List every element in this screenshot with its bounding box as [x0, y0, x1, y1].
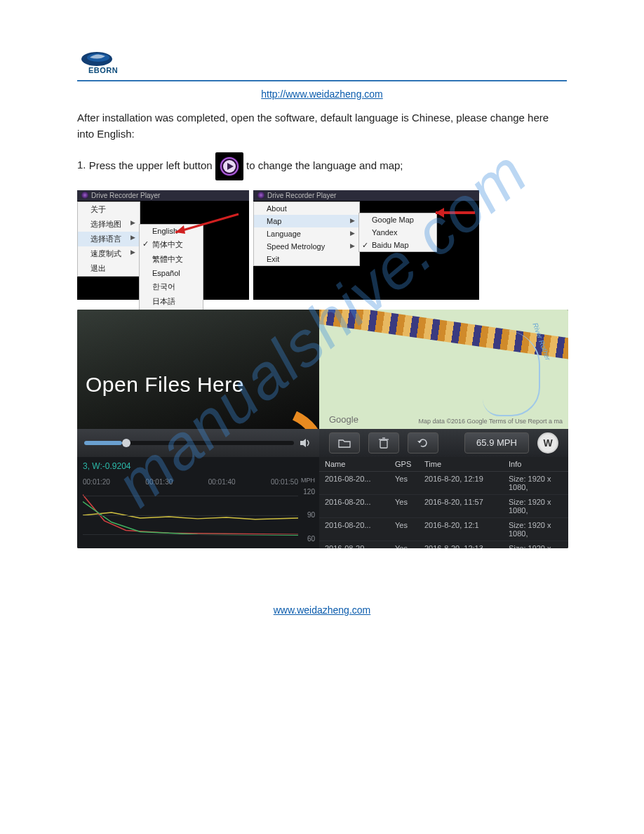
- app-icon: [81, 192, 88, 199]
- open-files-label: Open Files Here: [86, 373, 244, 397]
- time-tick: 00:01:20: [83, 478, 110, 486]
- menu-item[interactable]: About: [254, 202, 359, 215]
- red-arrow-icon: [430, 206, 479, 223]
- table-cell: 2016-08-20...: [325, 475, 395, 491]
- speed-display: 65.9 MPH: [464, 432, 529, 454]
- table-cell: Size: 1920 x 1080,: [509, 521, 563, 538]
- graph-unit-label: MPH: [301, 477, 315, 484]
- seek-bar[interactable]: [84, 441, 294, 445]
- y-tick: 120: [300, 488, 315, 496]
- compass-display: W: [537, 432, 558, 454]
- step-1: 1. Press the upper left button to change…: [77, 152, 567, 180]
- refresh-button[interactable]: [408, 432, 438, 454]
- speed-graph: 3, W:-0.9204 00:01:2000:01:3000:01:4000:…: [77, 457, 319, 548]
- website-link-top[interactable]: http://www.weidazheng.com: [261, 88, 383, 100]
- table-row[interactable]: 2016-08-20...Yes2016-8-20, 12:1Size: 192…: [319, 518, 568, 541]
- player-screenshot: River Rother Google Map data ©2016 Googl…: [77, 310, 568, 548]
- table-cell: Size: 1920 x 1080,: [509, 544, 563, 548]
- step-prefix: Press the upper left button: [89, 159, 213, 171]
- website-link-bottom[interactable]: www.weidazheng.com: [274, 604, 371, 616]
- speed-axis-labels: 1209060: [300, 488, 315, 543]
- column-header: GPS: [395, 460, 424, 468]
- table-cell: Yes: [395, 521, 424, 538]
- menu-item[interactable]: 日本語: [140, 294, 203, 309]
- table-cell: 2016-08-20...: [325, 544, 395, 548]
- table-cell: 2016-8-20, 12:1: [424, 521, 509, 538]
- table-cell: Yes: [395, 544, 424, 548]
- red-arrow-icon: [168, 211, 246, 239]
- screenshot-map-menu: Drive Recorder Player AboutMap▶Language▶…: [253, 190, 479, 300]
- app-icon: [257, 192, 264, 199]
- menu-item[interactable]: 关于: [78, 202, 140, 217]
- gps-coord-label: 3, W:-0.9204: [83, 461, 314, 471]
- svg-text:EBORN: EBORN: [88, 66, 118, 74]
- time-axis-ticks: 00:01:2000:01:3000:01:4000:01:50: [83, 478, 298, 486]
- svg-rect-13: [380, 440, 387, 448]
- menu-item[interactable]: Map▶: [254, 215, 359, 227]
- menu-item[interactable]: Google Map: [359, 213, 436, 226]
- volume-icon[interactable]: [300, 438, 312, 448]
- window-titlebar-1: Drive Recorder Player: [77, 190, 249, 201]
- table-cell: Size: 1920 x 1080,: [509, 498, 563, 515]
- table-row[interactable]: 2016-08-20...Yes2016-8-20, 12:13Size: 19…: [319, 541, 568, 548]
- time-tick: 00:01:30: [145, 478, 173, 486]
- player-launch-icon: [215, 152, 243, 180]
- svg-marker-8: [175, 225, 185, 234]
- delete-button[interactable]: [368, 432, 399, 454]
- menu-item[interactable]: 繁體中文: [140, 252, 203, 267]
- menu-item[interactable]: 选择语言▶: [78, 232, 140, 246]
- map-attribution: Map data ©2016 Google Terms of Use Repor…: [418, 418, 563, 425]
- graph-plot-area: [83, 488, 298, 543]
- bottom-link-row: www.weidazheng.com: [77, 604, 567, 616]
- table-cell: Yes: [395, 475, 424, 491]
- open-file-button[interactable]: [329, 432, 360, 454]
- map-pane: River Rother Google Map data ©2016 Googl…: [319, 310, 568, 429]
- table-cell: 2016-08-20...: [325, 498, 395, 515]
- map-submenu: Google MapYandexBaidu Map: [358, 213, 437, 252]
- step-suffix: to change the language and map;: [246, 159, 403, 171]
- time-tick: 00:01:40: [208, 478, 236, 486]
- video-overlay: [77, 310, 319, 429]
- table-row[interactable]: 2016-08-20...Yes2016-8-20, 12:19Size: 19…: [319, 472, 568, 495]
- main-menu-en: AboutMap▶Language▶Speed Metrology▶Exit: [253, 201, 360, 266]
- menu-item[interactable]: Exit: [254, 253, 359, 265]
- screenshot-language-menu: Drive Recorder Player 关于选择地图▶选择语言▶速度制式▶退…: [77, 190, 249, 300]
- svg-marker-12: [300, 439, 306, 447]
- menu-item[interactable]: 退出: [78, 261, 140, 276]
- menu-item[interactable]: 한국어: [140, 279, 203, 294]
- column-header: Time: [424, 460, 509, 468]
- window-title-2: Drive Recorder Player: [267, 192, 336, 199]
- menu-item[interactable]: Speed Metrology▶: [254, 240, 359, 253]
- menu-item[interactable]: Español: [140, 267, 203, 279]
- map-river-shape: [483, 331, 540, 416]
- table-cell: Size: 1920 x 1080,: [509, 475, 563, 491]
- header-divider: [77, 80, 567, 81]
- menu-item[interactable]: Baidu Map: [359, 239, 436, 251]
- column-header: Info: [509, 460, 563, 468]
- brand-logo: EBORN: [77, 49, 567, 77]
- svg-marker-10: [436, 208, 444, 218]
- table-row[interactable]: 2016-08-20...Yes2016-8-20, 11:57Size: 19…: [319, 495, 568, 518]
- table-cell: 2016-08-20...: [325, 521, 395, 538]
- table-cell: 2016-8-20, 12:13: [424, 544, 509, 548]
- table-cell: 2016-8-20, 11:57: [424, 498, 509, 515]
- y-tick: 90: [300, 511, 315, 519]
- table-cell: 2016-8-20, 12:19: [424, 475, 509, 491]
- menu-item[interactable]: Yandex: [359, 226, 436, 239]
- table-header: NameGPSTimeInfo: [319, 457, 568, 472]
- intro-paragraph: After installation was completed, open t…: [77, 110, 567, 143]
- playback-controls: [77, 429, 319, 457]
- eborn-logo-icon: EBORN: [77, 49, 119, 77]
- table-cell: Yes: [395, 498, 424, 515]
- menu-item[interactable]: Language▶: [254, 227, 359, 240]
- svg-marker-16: [417, 441, 422, 443]
- menu-item[interactable]: 速度制式▶: [78, 246, 140, 261]
- language-map-screenshots: Drive Recorder Player 关于选择地图▶选择语言▶速度制式▶退…: [77, 190, 567, 300]
- file-toolbar: 65.9 MPH W: [319, 429, 568, 457]
- time-tick: 00:01:50: [271, 478, 298, 486]
- column-header: Name: [325, 460, 395, 468]
- window-title-1: Drive Recorder Player: [91, 192, 160, 199]
- step-number: 1.: [77, 157, 86, 173]
- menu-item[interactable]: 选择地图▶: [78, 217, 140, 232]
- menu-item[interactable]: 简体中文: [140, 237, 203, 252]
